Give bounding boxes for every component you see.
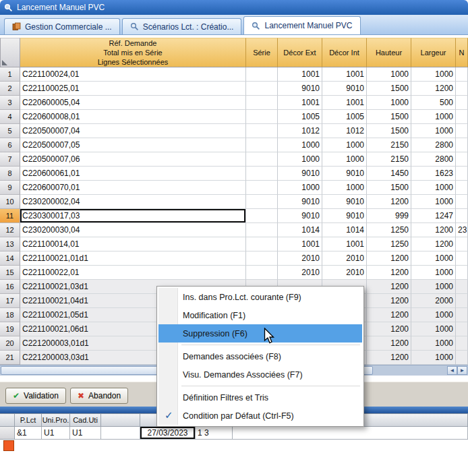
cell-hauteur[interactable]: 1200 [367,308,411,322]
column-header-decor-int[interactable]: Décor Int [322,38,367,67]
cell-decor-ext[interactable]: 1012 [278,124,322,138]
cell-ref-demande[interactable]: C220600005,04 [20,96,246,110]
row-number[interactable]: 21 [0,351,20,365]
cell-hauteur[interactable]: 1000 [367,96,411,110]
cell-largeur[interactable]: 1000 [411,251,456,266]
cell-largeur[interactable]: 1000 [411,280,456,294]
row-number[interactable]: 7 [0,152,20,167]
tab-scenarios-lct[interactable]: Scénarios Lct. : Créatio... [122,18,242,34]
cell-hauteur[interactable]: 1200 [367,336,411,351]
cell-ref-demande[interactable]: C220500007,04 [20,124,246,138]
cell-decor-int[interactable]: 9010 [322,167,367,181]
grid-corner-cell[interactable] [0,38,20,67]
row-number[interactable]: 2 [0,82,20,96]
cell-largeur[interactable]: 1247 [411,209,456,223]
cell-serie[interactable] [246,124,278,138]
abandon-button[interactable]: ✖ Abandon [70,388,128,404]
cell-hauteur[interactable]: 1450 [367,167,411,181]
cell-n[interactable] [456,280,468,294]
bottom-header-plct[interactable]: P.Lct [15,414,42,427]
cell-n[interactable] [456,237,468,251]
tab-lancement-manuel-pvc[interactable]: Lancement Manuel PVC [243,16,360,34]
cell-hauteur[interactable]: 1500 [367,110,411,124]
cell-hauteur[interactable]: 2150 [367,152,411,167]
row-number[interactable]: 4 [0,110,20,124]
cell-decor-ext[interactable]: 1000 [278,152,322,167]
cell-n[interactable] [456,351,468,365]
column-header-ref-demande[interactable]: Réf. Demande Total mis en Série Lignes S… [20,38,246,67]
cell-n[interactable] [456,266,468,280]
cell-n[interactable] [456,167,468,181]
cell-hauteur[interactable]: 1200 [367,351,411,365]
column-header-decor-ext[interactable]: Décor Ext [278,38,322,67]
menu-item-ins-pro-lct-courante[interactable]: Ins. dans Pro.Lct. courante (F9) [158,288,362,306]
cell-decor-int[interactable]: 1001 [322,237,367,251]
cell-decor-ext[interactable]: 1005 [278,110,322,124]
cell-serie[interactable] [246,181,278,195]
cell-ref-demande[interactable]: C230200002,04 [20,195,246,209]
cell-n[interactable]: 23 [456,223,468,237]
cell-ref-demande[interactable]: C230200030,04 [20,223,246,237]
cell-largeur[interactable]: 1000 [411,336,456,351]
cell-n[interactable] [456,110,468,124]
menu-item-suppression[interactable]: Suppression (F6) [158,324,362,343]
cell-n[interactable] [456,209,468,223]
cell-largeur[interactable]: 1200 [411,237,456,251]
cell-hauteur[interactable]: 1200 [367,266,411,280]
cell-extra[interactable]: 1 3 [196,427,233,440]
cell-hauteur[interactable]: 1200 [367,195,411,209]
column-header-hauteur[interactable]: Hauteur [367,38,411,67]
cell-n[interactable] [456,322,468,336]
bottom-header-caduti[interactable]: Cad.Uti [70,414,101,427]
cell-decor-int[interactable]: 9010 [322,82,367,96]
row-number[interactable]: 14 [0,251,20,266]
cell-serie[interactable] [246,251,278,266]
row-number[interactable]: 8 [0,167,20,181]
cell-ref-demande[interactable]: C221100021,01d1 [20,251,246,266]
cell-ref-demande[interactable]: C221100024,01 [20,67,246,82]
cell-serie[interactable] [246,110,278,124]
cell-n[interactable] [456,152,468,167]
row-number[interactable]: 9 [0,181,20,195]
cell-largeur[interactable]: 500 [411,96,456,110]
cell-n[interactable] [456,124,468,138]
title-bar[interactable]: Lancement Manuel PVC [0,0,468,15]
cell-decor-int[interactable]: 1012 [322,124,367,138]
cell-n[interactable] [456,336,468,351]
cell-largeur[interactable]: 1000 [411,195,456,209]
cell-n[interactable] [456,181,468,195]
column-header-serie[interactable]: Série [246,38,278,67]
cell-blank[interactable] [101,427,140,440]
cell-n[interactable] [456,82,468,96]
cell-serie[interactable] [246,96,278,110]
cell-largeur[interactable]: 1000 [411,308,456,322]
cell-serie[interactable] [246,138,278,152]
cell-n[interactable] [456,294,468,308]
cell-largeur[interactable]: 1000 [411,110,456,124]
cell-n[interactable] [456,138,468,152]
cell-n[interactable] [456,195,468,209]
cell-ref-demande[interactable]: C221100022,01 [20,266,246,280]
cell-hauteur[interactable]: 999 [367,209,411,223]
cell-n[interactable] [456,96,468,110]
cell-hauteur[interactable]: 1200 [367,251,411,266]
cell-n[interactable] [456,251,468,266]
cell-unipro[interactable]: U1 [42,427,70,440]
cell-decor-ext[interactable]: 9010 [278,82,322,96]
menu-item-condition-par-defaut[interactable]: ✓ Condition par Défaut (Ctrl-F5) [158,407,362,425]
menu-item-modification[interactable]: Modification (F1) [158,306,362,324]
cell-decor-int[interactable]: 1000 [322,138,367,152]
cell-largeur[interactable]: 2000 [411,294,456,308]
bottom-header-unipro[interactable]: Uni.Pro. [42,414,70,427]
row-number[interactable]: 13 [0,237,20,251]
cell-largeur[interactable]: 2800 [411,152,456,167]
scroll-left-button[interactable]: ◄ [447,366,457,375]
cell-largeur[interactable]: 1000 [411,67,456,82]
row-number[interactable]: 17 [0,294,20,308]
cell-serie[interactable] [246,266,278,280]
cell-largeur[interactable]: 1200 [411,223,456,237]
cell-decor-int[interactable]: 2010 [322,266,367,280]
row-number[interactable]: 6 [0,138,20,152]
cell-decor-int[interactable]: 1001 [322,96,367,110]
validation-button[interactable]: ✔ Validation [5,388,66,404]
